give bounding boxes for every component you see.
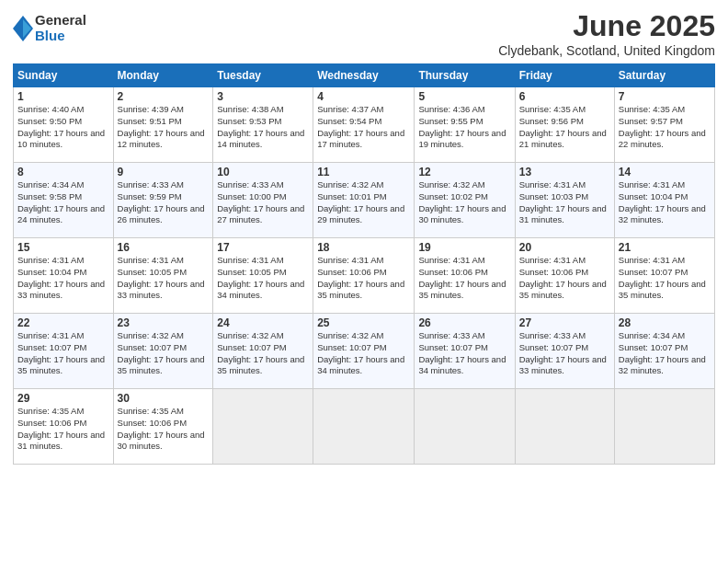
table-row: 30 Sunrise: 4:35 AM Sunset: 10:06 PM Day… [113,389,213,465]
day-number: 5 [418,90,510,103]
table-row: 27 Sunrise: 4:33 AM Sunset: 10:07 PM Day… [515,314,614,389]
day-detail: Sunrise: 4:35 AM Sunset: 10:06 PM Daylig… [17,406,109,453]
col-tuesday: Tuesday [213,64,313,87]
day-detail: Sunrise: 4:32 AM Sunset: 10:02 PM Daylig… [418,179,510,226]
table-row: 19 Sunrise: 4:31 AM Sunset: 10:06 PM Day… [415,238,515,314]
table-row: 1 Sunrise: 4:40 AM Sunset: 9:50 PM Dayli… [14,87,114,163]
col-thursday: Thursday [415,64,515,87]
day-detail: Sunrise: 4:33 AM Sunset: 10:07 PM Daylig… [519,330,610,377]
day-number: 3 [217,90,309,103]
logo-blue-text: Blue [35,29,86,44]
day-detail: Sunrise: 4:31 AM Sunset: 10:07 PM Daylig… [17,330,109,377]
table-row: 24 Sunrise: 4:32 AM Sunset: 10:07 PM Day… [213,314,313,389]
day-number: 22 [17,316,109,329]
logo-icon [13,16,33,41]
col-wednesday: Wednesday [313,64,415,87]
day-detail: Sunrise: 4:31 AM Sunset: 10:04 PM Daylig… [619,179,711,226]
day-number: 4 [317,90,410,103]
table-row: 21 Sunrise: 4:31 AM Sunset: 10:07 PM Day… [614,238,714,314]
calendar-week-row: 15 Sunrise: 4:31 AM Sunset: 10:04 PM Day… [14,238,715,314]
day-detail: Sunrise: 4:31 AM Sunset: 10:05 PM Daylig… [217,255,309,302]
location: Clydebank, Scotland, United Kingdom [498,43,715,58]
day-number: 16 [118,241,210,254]
page-container: General Blue June 2025 Clydebank, Scotla… [0,0,728,474]
table-row: 7 Sunrise: 4:35 AM Sunset: 9:57 PM Dayli… [614,87,714,163]
calendar-header-row: Sunday Monday Tuesday Wednesday Thursday… [14,64,715,87]
day-number: 29 [17,392,109,405]
day-number: 14 [619,166,711,178]
day-number: 23 [118,316,210,329]
table-row: 11 Sunrise: 4:32 AM Sunset: 10:01 PM Day… [313,163,415,238]
table-row: 18 Sunrise: 4:31 AM Sunset: 10:06 PM Day… [313,238,415,314]
day-number: 30 [118,392,210,405]
day-detail: Sunrise: 4:31 AM Sunset: 10:04 PM Daylig… [17,255,109,302]
day-number: 20 [519,241,610,254]
day-number: 13 [519,166,610,178]
day-number: 19 [418,241,510,254]
table-row: 5 Sunrise: 4:36 AM Sunset: 9:55 PM Dayli… [415,87,515,163]
table-row: 8 Sunrise: 4:34 AM Sunset: 9:58 PM Dayli… [14,163,114,238]
logo: General Blue [13,13,86,43]
day-detail: Sunrise: 4:33 AM Sunset: 10:07 PM Daylig… [418,330,510,377]
table-row: 26 Sunrise: 4:33 AM Sunset: 10:07 PM Day… [415,314,515,389]
day-number: 27 [519,316,610,329]
table-row: 3 Sunrise: 4:38 AM Sunset: 9:53 PM Dayli… [213,87,313,163]
day-number: 25 [317,316,410,329]
day-number: 18 [317,241,410,254]
day-number: 10 [217,166,309,178]
table-row: 10 Sunrise: 4:33 AM Sunset: 10:00 PM Day… [213,163,313,238]
day-detail: Sunrise: 4:33 AM Sunset: 10:00 PM Daylig… [217,179,309,226]
col-monday: Monday [113,64,213,87]
col-friday: Friday [515,64,614,87]
table-row [614,389,714,465]
calendar-week-row: 8 Sunrise: 4:34 AM Sunset: 9:58 PM Dayli… [14,163,715,238]
day-number: 15 [17,241,109,254]
day-detail: Sunrise: 4:33 AM Sunset: 9:59 PM Dayligh… [118,179,210,226]
title-block: June 2025 Clydebank, Scotland, United Ki… [498,9,715,58]
table-row: 28 Sunrise: 4:34 AM Sunset: 10:07 PM Day… [614,314,714,389]
day-number: 24 [217,316,309,329]
day-detail: Sunrise: 4:32 AM Sunset: 10:07 PM Daylig… [317,330,410,377]
table-row: 2 Sunrise: 4:39 AM Sunset: 9:51 PM Dayli… [113,87,213,163]
calendar-week-row: 1 Sunrise: 4:40 AM Sunset: 9:50 PM Dayli… [14,87,715,163]
day-detail: Sunrise: 4:31 AM Sunset: 10:03 PM Daylig… [519,179,610,226]
table-row: 17 Sunrise: 4:31 AM Sunset: 10:05 PM Day… [213,238,313,314]
day-detail: Sunrise: 4:31 AM Sunset: 10:05 PM Daylig… [118,255,210,302]
table-row: 16 Sunrise: 4:31 AM Sunset: 10:05 PM Day… [113,238,213,314]
table-row: 6 Sunrise: 4:35 AM Sunset: 9:56 PM Dayli… [515,87,614,163]
day-number: 26 [418,316,510,329]
day-detail: Sunrise: 4:32 AM Sunset: 10:07 PM Daylig… [118,330,210,377]
day-number: 6 [519,90,610,103]
day-number: 1 [17,90,109,103]
day-detail: Sunrise: 4:34 AM Sunset: 9:58 PM Dayligh… [17,179,109,226]
table-row: 12 Sunrise: 4:32 AM Sunset: 10:02 PM Day… [415,163,515,238]
day-detail: Sunrise: 4:36 AM Sunset: 9:55 PM Dayligh… [418,104,510,151]
day-number: 7 [619,90,711,103]
logo-general-text: General [35,13,86,29]
table-row [313,389,415,465]
table-row: 13 Sunrise: 4:31 AM Sunset: 10:03 PM Day… [515,163,614,238]
day-number: 12 [418,166,510,178]
day-detail: Sunrise: 4:31 AM Sunset: 10:06 PM Daylig… [317,255,410,302]
day-detail: Sunrise: 4:39 AM Sunset: 9:51 PM Dayligh… [118,104,210,151]
table-row: 4 Sunrise: 4:37 AM Sunset: 9:54 PM Dayli… [313,87,415,163]
day-detail: Sunrise: 4:40 AM Sunset: 9:50 PM Dayligh… [17,104,109,151]
table-row [515,389,614,465]
header: General Blue June 2025 Clydebank, Scotla… [13,9,715,58]
table-row [213,389,313,465]
table-row: 20 Sunrise: 4:31 AM Sunset: 10:06 PM Day… [515,238,614,314]
logo-text: General Blue [35,13,86,43]
table-row [415,389,515,465]
day-detail: Sunrise: 4:35 AM Sunset: 10:06 PM Daylig… [118,406,210,453]
day-detail: Sunrise: 4:35 AM Sunset: 9:56 PM Dayligh… [519,104,610,151]
table-row: 25 Sunrise: 4:32 AM Sunset: 10:07 PM Day… [313,314,415,389]
day-detail: Sunrise: 4:31 AM Sunset: 10:06 PM Daylig… [519,255,610,302]
table-row: 14 Sunrise: 4:31 AM Sunset: 10:04 PM Day… [614,163,714,238]
table-row: 22 Sunrise: 4:31 AM Sunset: 10:07 PM Day… [14,314,114,389]
table-row: 23 Sunrise: 4:32 AM Sunset: 10:07 PM Day… [113,314,213,389]
day-detail: Sunrise: 4:32 AM Sunset: 10:07 PM Daylig… [217,330,309,377]
day-detail: Sunrise: 4:31 AM Sunset: 10:06 PM Daylig… [418,255,510,302]
col-saturday: Saturday [614,64,714,87]
col-sunday: Sunday [14,64,114,87]
day-detail: Sunrise: 4:38 AM Sunset: 9:53 PM Dayligh… [217,104,309,151]
